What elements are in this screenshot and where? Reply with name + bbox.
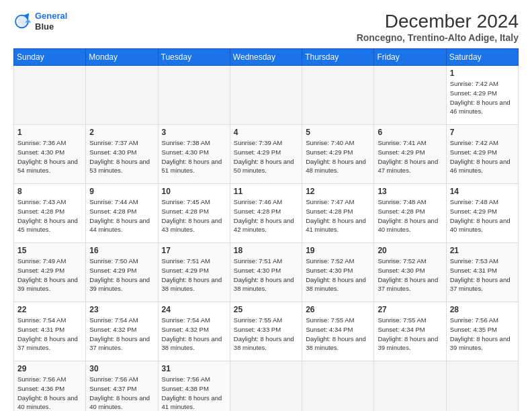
calendar-week-row: 8Sunrise: 7:43 AMSunset: 4:28 PMDaylight… [14, 184, 519, 243]
day-info: Sunrise: 7:42 AMSunset: 4:29 PMDaylight:… [450, 138, 515, 175]
day-number: 2 [89, 128, 154, 137]
day-info: Sunrise: 7:55 AMSunset: 4:34 PMDaylight:… [378, 316, 442, 353]
day-number: 3 [162, 128, 226, 137]
day-info: Sunrise: 7:45 AMSunset: 4:28 PMDaylight:… [162, 197, 226, 234]
day-info: Sunrise: 7:48 AMSunset: 4:28 PMDaylight:… [378, 197, 442, 234]
calendar-header-row: SundayMondayTuesdayWednesdayThursdayFrid… [14, 49, 519, 66]
calendar-cell: 9Sunrise: 7:44 AMSunset: 4:28 PMDaylight… [86, 184, 158, 243]
calendar-cell: 23Sunrise: 7:54 AMSunset: 4:32 PMDayligh… [86, 302, 158, 361]
day-info: Sunrise: 7:51 AMSunset: 4:29 PMDaylight:… [162, 257, 226, 293]
calendar-cell: 15Sunrise: 7:49 AMSunset: 4:29 PMDayligh… [14, 243, 86, 302]
day-number: 16 [89, 246, 154, 255]
calendar-cell [230, 361, 302, 412]
day-info: Sunrise: 7:56 AMSunset: 4:37 PMDaylight:… [89, 375, 154, 411]
day-info: Sunrise: 7:54 AMSunset: 4:32 PMDaylight:… [162, 316, 226, 353]
calendar-cell: 19Sunrise: 7:52 AMSunset: 4:30 PMDayligh… [302, 243, 374, 302]
calendar-cell: 11Sunrise: 7:46 AMSunset: 4:28 PMDayligh… [230, 184, 302, 243]
subtitle: Roncegno, Trentino-Alto Adige, Italy [357, 32, 519, 43]
calendar-cell: 12Sunrise: 7:47 AMSunset: 4:28 PMDayligh… [302, 184, 374, 243]
day-number: 12 [306, 187, 370, 196]
title-block: December 2024 Roncegno, Trentino-Alto Ad… [357, 11, 519, 43]
col-header-tuesday: Tuesday [158, 49, 230, 66]
day-info: Sunrise: 7:55 AMSunset: 4:33 PMDaylight:… [234, 316, 298, 353]
calendar-cell: 10Sunrise: 7:45 AMSunset: 4:28 PMDayligh… [158, 184, 230, 243]
day-info: Sunrise: 7:43 AMSunset: 4:28 PMDaylight:… [17, 197, 82, 234]
day-number: 1 [450, 68, 515, 78]
calendar-cell: 3Sunrise: 7:38 AMSunset: 4:30 PMDaylight… [158, 125, 230, 184]
calendar-week-row: 22Sunrise: 7:54 AMSunset: 4:31 PMDayligh… [14, 302, 519, 361]
day-number: 19 [306, 246, 370, 255]
calendar-cell [446, 361, 518, 412]
calendar-cell: 7Sunrise: 7:42 AMSunset: 4:29 PMDaylight… [446, 125, 518, 184]
calendar-cell: 6Sunrise: 7:41 AMSunset: 4:29 PMDaylight… [374, 125, 446, 184]
col-header-thursday: Thursday [302, 49, 374, 66]
calendar-cell [302, 361, 374, 412]
day-info: Sunrise: 7:49 AMSunset: 4:29 PMDaylight:… [17, 257, 82, 293]
day-number: 20 [378, 246, 442, 255]
calendar-cell: 2Sunrise: 7:37 AMSunset: 4:30 PMDaylight… [86, 125, 158, 184]
day-info: Sunrise: 7:54 AMSunset: 4:31 PMDaylight:… [17, 316, 82, 353]
logo-text: General Blue [35, 11, 67, 32]
col-header-sunday: Sunday [14, 49, 86, 66]
day-number: 28 [450, 305, 515, 314]
day-number: 5 [306, 128, 370, 137]
col-header-friday: Friday [374, 49, 446, 66]
col-header-wednesday: Wednesday [230, 49, 302, 66]
day-number: 13 [378, 187, 442, 196]
day-info: Sunrise: 7:56 AMSunset: 4:38 PMDaylight:… [162, 375, 226, 411]
day-info: Sunrise: 7:53 AMSunset: 4:31 PMDaylight:… [450, 257, 515, 293]
day-info: Sunrise: 7:40 AMSunset: 4:29 PMDaylight:… [306, 138, 370, 175]
calendar-cell: 25Sunrise: 7:55 AMSunset: 4:33 PMDayligh… [230, 302, 302, 361]
day-number: 15 [17, 246, 82, 255]
calendar-cell: 27Sunrise: 7:55 AMSunset: 4:34 PMDayligh… [374, 302, 446, 361]
calendar-cell: 20Sunrise: 7:52 AMSunset: 4:30 PMDayligh… [374, 243, 446, 302]
calendar-cell: 5Sunrise: 7:40 AMSunset: 4:29 PMDaylight… [302, 125, 374, 184]
day-number: 25 [234, 305, 298, 314]
calendar-cell [230, 66, 302, 125]
logo-icon [13, 12, 32, 31]
calendar-cell: 4Sunrise: 7:39 AMSunset: 4:29 PMDaylight… [230, 125, 302, 184]
day-number: 18 [234, 246, 298, 255]
calendar-cell: 31Sunrise: 7:56 AMSunset: 4:38 PMDayligh… [158, 361, 230, 412]
day-number: 24 [162, 305, 226, 314]
day-number: 6 [378, 128, 442, 137]
calendar-cell: 26Sunrise: 7:55 AMSunset: 4:34 PMDayligh… [302, 302, 374, 361]
calendar-cell: 28Sunrise: 7:56 AMSunset: 4:35 PMDayligh… [446, 302, 518, 361]
day-number: 14 [450, 187, 515, 196]
calendar-cell: 14Sunrise: 7:48 AMSunset: 4:29 PMDayligh… [446, 184, 518, 243]
day-info: Sunrise: 7:38 AMSunset: 4:30 PMDaylight:… [162, 138, 226, 175]
calendar-cell [86, 66, 158, 125]
page: General Blue December 2024 Roncegno, Tre… [0, 0, 532, 411]
calendar-week-row: 15Sunrise: 7:49 AMSunset: 4:29 PMDayligh… [14, 243, 519, 302]
day-number: 8 [17, 187, 82, 196]
logo-line2: Blue [35, 21, 67, 32]
day-info: Sunrise: 7:42 AMSunset: 4:29 PMDaylight:… [450, 79, 515, 116]
calendar-cell: 29Sunrise: 7:56 AMSunset: 4:36 PMDayligh… [14, 361, 86, 412]
day-number: 4 [234, 128, 298, 137]
day-number: 27 [378, 305, 442, 314]
day-number: 30 [89, 364, 154, 373]
day-number: 11 [234, 187, 298, 196]
day-number: 23 [89, 305, 154, 314]
day-info: Sunrise: 7:50 AMSunset: 4:29 PMDaylight:… [89, 257, 154, 293]
day-info: Sunrise: 7:44 AMSunset: 4:28 PMDaylight:… [89, 197, 154, 234]
day-info: Sunrise: 7:46 AMSunset: 4:28 PMDaylight:… [234, 197, 298, 234]
calendar-cell: 30Sunrise: 7:56 AMSunset: 4:37 PMDayligh… [86, 361, 158, 412]
calendar-cell [374, 361, 446, 412]
day-info: Sunrise: 7:51 AMSunset: 4:30 PMDaylight:… [234, 257, 298, 293]
calendar-week-row: 29Sunrise: 7:56 AMSunset: 4:36 PMDayligh… [14, 361, 519, 412]
day-info: Sunrise: 7:56 AMSunset: 4:36 PMDaylight:… [17, 375, 82, 411]
day-info: Sunrise: 7:52 AMSunset: 4:30 PMDaylight:… [306, 257, 370, 293]
calendar-cell: 1Sunrise: 7:42 AMSunset: 4:29 PMDaylight… [446, 66, 518, 125]
day-info: Sunrise: 7:39 AMSunset: 4:29 PMDaylight:… [234, 138, 298, 175]
day-number: 26 [306, 305, 370, 314]
day-number: 29 [17, 364, 82, 373]
day-info: Sunrise: 7:52 AMSunset: 4:30 PMDaylight:… [378, 257, 442, 293]
calendar-cell [302, 66, 374, 125]
day-info: Sunrise: 7:48 AMSunset: 4:29 PMDaylight:… [450, 197, 515, 234]
day-number: 22 [17, 305, 82, 314]
calendar-cell: 13Sunrise: 7:48 AMSunset: 4:28 PMDayligh… [374, 184, 446, 243]
day-info: Sunrise: 7:55 AMSunset: 4:34 PMDaylight:… [306, 316, 370, 353]
day-number: 9 [89, 187, 154, 196]
day-info: Sunrise: 7:41 AMSunset: 4:29 PMDaylight:… [378, 138, 442, 175]
